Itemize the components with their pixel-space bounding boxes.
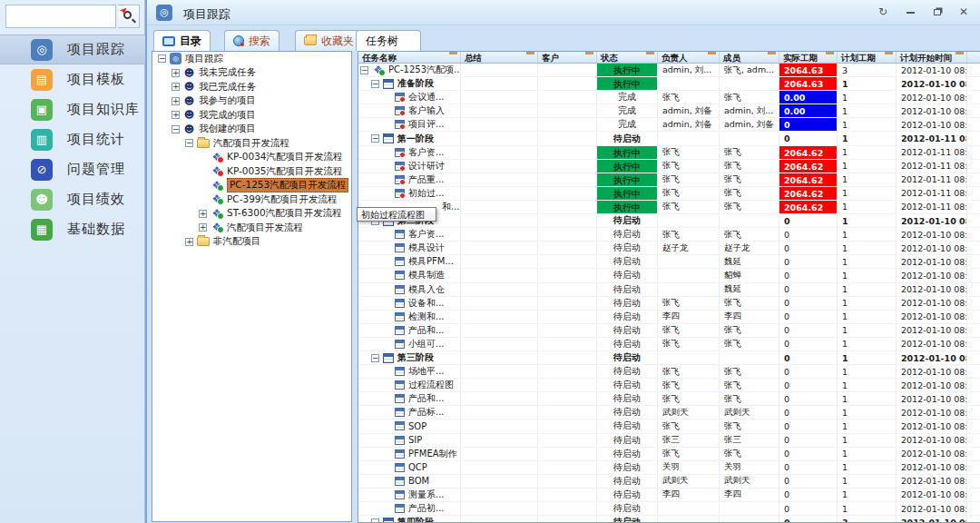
tree-item[interactable]: +☻我完成的项目 [152,108,351,123]
task-row[interactable]: SOP待启动张飞张飞012012-01-10 08:45:3 [358,419,980,433]
tree-item[interactable]: +☻我已完成任务 [152,80,351,94]
task-row[interactable]: 模具制造待启动貂蝉012012-01-10 08:45:3 [358,269,980,282]
collapse-icon[interactable]: − [360,66,368,74]
task-row[interactable]: 会议通...完成张飞张飞0.0012012-01-10 08:45:3 [358,91,980,104]
cell [461,201,538,213]
tree-item[interactable]: −◎项目跟踪 [152,52,351,66]
task-row[interactable]: 初始过...执行中张飞张飞2064.6212012-01-11 08:45:3 [358,187,980,201]
task-row[interactable]: PFMEA制作待启动张飞张飞012012-01-10 08:45:3 [358,448,980,461]
task-icon [395,243,405,252]
collapse-icon[interactable]: − [371,518,379,523]
tree-item[interactable]: −☻我创建的项目 [152,123,351,137]
tree-item[interactable]: ❖PC-399汽配项目开发流程 [152,192,351,207]
task-row[interactable]: 小组可...待启动张飞张飞012012-01-10 08:45:3 [358,338,980,351]
task-row[interactable]: QCP待启动关羽关羽012012-01-10 08:45:3 [358,461,980,475]
task-row[interactable]: 客户资...待启动张飞张飞012012-01-10 08:45:3 [358,228,980,242]
tree-item[interactable]: ❖PC-1253汽配项目开发流程 [152,179,351,193]
task-row[interactable]: 产品和...待启动张飞张飞012012-01-10 08:45:3 [358,324,980,338]
expand-icon[interactable]: + [172,69,180,77]
task-name: 客户资... [408,228,445,241]
sidebar-item-1[interactable]: ◎项目跟踪 [0,35,145,64]
search-input[interactable] [5,5,116,28]
tree-item[interactable]: +☻我未完成任务 [152,66,351,81]
task-row[interactable]: 和...执行中张飞张飞2064.6212012-01-11 08:45:3 [358,201,980,214]
task-row[interactable]: 客户资...执行中张飞张飞2064.6212012-01-11 08:45:3 [358,146,980,160]
column-header-3[interactable]: 客户 [538,52,597,63]
collapse-icon[interactable]: − [371,354,379,362]
minimize-icon[interactable] [899,5,921,20]
task-row[interactable]: 产品和...待启动张飞张飞012012-01-10 08:45:3 [358,392,980,406]
task-row[interactable]: 过程流程图待启动张飞张飞012012-01-10 08:45:3 [358,379,980,392]
expand-icon[interactable]: + [172,97,180,105]
column-header-8[interactable]: 计划工期 [838,52,897,63]
expand-icon[interactable]: + [199,210,207,218]
tree-item[interactable]: ❖KP-0035汽配项目开发流程 [152,164,351,179]
sidebar-item-5[interactable]: ⊘问题管理 [0,154,145,184]
tree-item[interactable]: +❖汽配项目开发流程 [152,221,351,235]
collapse-icon[interactable]: − [158,54,166,63]
sidebar-item-3[interactable]: ▣项目知识库 [0,94,145,124]
task-row[interactable]: −第一阶段待启动012012-01-11 08:. [358,132,980,145]
refresh-icon[interactable]: ↻ [872,5,894,20]
tab-task-tree[interactable]: 任务树 [356,30,421,51]
task-row[interactable]: 设备和...待启动张飞张飞012012-01-10 08:45:3 [358,297,980,311]
collapse-icon[interactable]: − [172,125,180,133]
expand-icon[interactable]: + [199,223,207,232]
restore-icon[interactable] [926,5,948,20]
task-row[interactable]: −第二阶段待启动012012-01-10 08:. [358,214,980,228]
cell: −第一阶段 [358,132,461,144]
task-row[interactable]: 产品标...待启动武则天武则天012012-01-10 08:45:3 [358,406,980,419]
column-header-4[interactable]: 状态 [597,52,658,63]
task-row[interactable]: 检测和...待启动李四李四012012-01-10 08:45:3 [358,311,980,324]
sidebar-search: ➤ [5,5,140,28]
column-header-1[interactable]: 任务名称 [358,52,461,63]
task-row[interactable]: BOM待启动武则天武则天012012-01-10 08:45:3 [358,475,980,488]
task-row[interactable]: −❖PC-1253汽配项...执行中admin, 刘...张飞, adm...2… [358,64,980,77]
tree-item-label: 汽配项目开发流程 [227,222,303,234]
tree-item[interactable]: +☻我参与的项目 [152,94,351,109]
column-header-6[interactable]: 成员 [720,52,779,63]
tab-搜索[interactable]: 搜索 [224,30,279,51]
column-header-9[interactable]: 计划开始时间 [897,52,967,63]
column-header-label: 客户 [542,53,559,63]
sidebar-item-4[interactable]: ▥项目统计 [0,124,145,154]
task-row[interactable]: −第三阶段待启动012012-01-10 08:. [358,351,980,365]
tree-item[interactable]: +❖ST-6300汽配项目开发流程 [152,207,351,222]
expand-icon[interactable]: + [172,83,180,91]
task-row[interactable]: −第四阶段待启动032012-01-10 08:. [358,516,980,523]
collapse-icon[interactable]: − [185,139,193,147]
column-header-7[interactable]: 实际工期 [779,52,838,63]
task-row[interactable]: 场地平...待启动张飞张飞012012-01-10 08:45:3 [358,365,980,379]
task-row[interactable]: SIP待启动张三张三012012-01-10 08:45:3 [358,434,980,448]
close-icon[interactable]: ✕ [953,5,975,20]
task-row[interactable]: 产品重...执行中张飞张飞2064.6212012-01-11 08:45:3 [358,173,980,187]
task-row[interactable]: 模具入仓待启动魏延012012-01-10 08:45:3 [358,283,980,297]
status-badge: 执行中 [597,77,657,90]
task-row[interactable]: 测量系...待启动李四李四012012-01-10 08:45:3 [358,488,980,502]
task-row[interactable]: 产品初...待启动012012-01-10 08:45:3 [358,502,980,516]
task-row[interactable]: 模具PFM...待启动魏延012012-01-10 08:45:3 [358,255,980,269]
planned-duration: 1 [838,311,897,323]
tree-item[interactable]: −汽配项目开发流程 [152,136,351,151]
expand-icon[interactable]: + [185,238,193,246]
column-header-2[interactable]: 总结 [461,52,538,63]
collapse-icon[interactable]: − [371,80,379,88]
task-row[interactable]: 设计研讨执行中张飞张飞2064.6212012-01-11 08:45:3 [358,160,980,173]
cell [538,338,597,350]
task-row[interactable]: 客户输入完成admin, 刘备admin, 刘...0.0012012-01-1… [358,104,980,118]
tab-目录[interactable]: 目录 [153,30,211,51]
tab-收藏夹[interactable]: 收藏夹 [295,30,363,51]
column-header-5[interactable]: 负责人 [658,52,720,63]
task-row[interactable]: 项目评...完成admin, 刘备admin, 刘备012012-01-10 0… [358,118,980,132]
expand-icon[interactable]: + [172,111,180,119]
sidebar-item-6[interactable]: ☻项目绩效 [0,184,145,214]
collapse-icon[interactable]: − [371,134,379,143]
planned-start: 2012-01-10 08:45:3 [897,297,967,310]
tree-item[interactable]: +非汽配项目 [152,235,351,250]
tree-item[interactable]: ❖KP-0034汽配项目开发流程 [152,151,351,165]
sidebar-item-7[interactable]: ▦基础数据 [0,214,145,244]
task-row[interactable]: 模具设计待启动赵子龙赵子龙012012-01-10 08:45:3 [358,242,980,255]
task-row[interactable]: −准备阶段执行中2064.6312012-01-10 08:. [358,77,980,91]
task-icon [395,463,405,472]
sidebar-item-2[interactable]: ▤项目模板 [0,64,145,94]
